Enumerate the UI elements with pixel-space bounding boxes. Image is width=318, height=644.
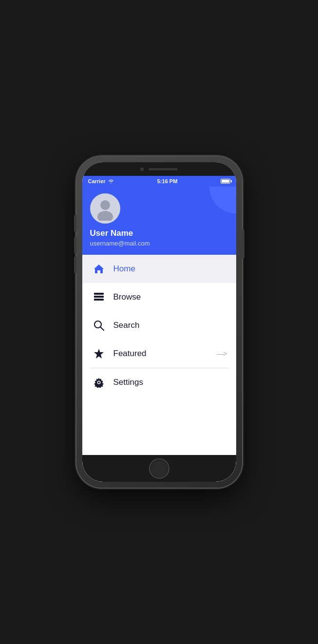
profile-header: User Name username@mail.com — [82, 187, 236, 255]
user-email: username@mail.com — [90, 240, 228, 247]
star-svg — [94, 348, 104, 359]
sidebar-item-home[interactable]: Home — [82, 255, 236, 283]
avatar-icon — [90, 193, 120, 224]
sidebar-item-label-browse: Browse — [113, 292, 226, 302]
svg-marker-11 — [94, 349, 104, 359]
sidebar-item-label-home: Home — [113, 264, 226, 274]
status-carrier: Carrier — [88, 178, 114, 184]
svg-point-14 — [98, 381, 100, 383]
wifi-icon — [108, 179, 114, 184]
svg-rect-6 — [94, 293, 96, 295]
svg-point-0 — [100, 200, 110, 210]
svg-point-1 — [97, 211, 113, 221]
user-silhouette-icon — [93, 196, 117, 221]
header-accent — [209, 187, 236, 213]
sidebar-item-featured[interactable]: Featured – –> — [82, 340, 236, 368]
home-icon — [92, 262, 106, 276]
search-icon — [92, 319, 106, 332]
featured-arrow: – –> — [217, 350, 226, 358]
sidebar-item-label-search: Search — [113, 321, 226, 330]
user-name: User Name — [90, 228, 228, 238]
browse-svg — [94, 292, 104, 302]
menu-section: Home Browse — [82, 255, 236, 455]
status-bar: Carrier 5:16 PM — [82, 176, 236, 187]
gear-icon — [92, 376, 106, 389]
status-battery — [221, 179, 230, 184]
svg-line-10 — [100, 327, 104, 331]
browse-icon — [92, 290, 106, 304]
sidebar-item-settings[interactable]: Settings — [82, 368, 236, 397]
svg-marker-2 — [94, 265, 104, 273]
phone-screen: Carrier 5:16 PM — [82, 162, 236, 482]
svg-rect-7 — [94, 296, 96, 298]
home-svg — [94, 264, 104, 274]
avatar — [90, 193, 120, 224]
star-icon — [92, 347, 106, 360]
sidebar-item-search[interactable]: Search — [82, 311, 236, 340]
sidebar-item-browse[interactable]: Browse — [82, 283, 236, 311]
phone-top-bar — [82, 162, 236, 176]
sidebar-item-label-settings: Settings — [113, 378, 226, 387]
home-button[interactable] — [149, 458, 169, 479]
sidebar-item-label-featured: Featured — [113, 349, 217, 359]
status-time: 5:16 PM — [157, 178, 178, 184]
phone-bottom-bar — [82, 455, 236, 482]
phone-device: Carrier 5:16 PM — [76, 156, 242, 488]
gear-svg — [94, 377, 104, 388]
camera-icon — [140, 168, 144, 171]
battery-icon — [221, 179, 230, 184]
svg-rect-8 — [94, 299, 96, 301]
speaker-bar — [149, 168, 178, 170]
search-svg — [94, 320, 104, 331]
